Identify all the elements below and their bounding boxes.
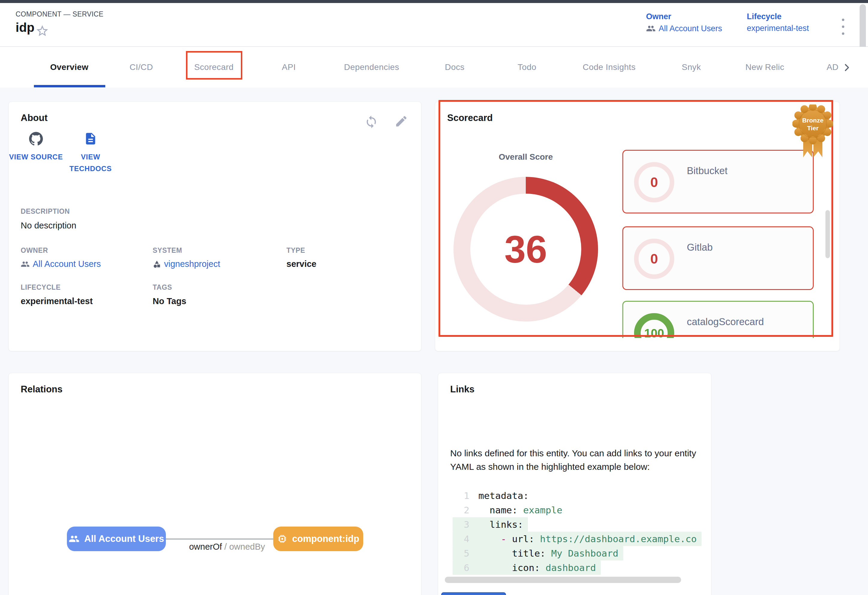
links-bottom-button[interactable]: [441, 592, 506, 595]
scorecard-scrollbar[interactable]: [825, 210, 830, 258]
scorecard-item-gitlab[interactable]: 0Gitlab: [622, 226, 814, 290]
svg-text:Tier: Tier: [807, 124, 818, 132]
view-source-label: VIEW SOURCE: [7, 151, 65, 163]
relation-node-owner-label: All Account Users: [84, 533, 164, 544]
lifecycle-field-value: experimental-test: [21, 296, 93, 306]
owner-value: All Account Users: [658, 24, 722, 33]
description-label: DESCRIPTION: [21, 207, 70, 216]
relation-node-component-label: component:idp: [292, 533, 359, 544]
description-value: No description: [21, 221, 76, 231]
favorite-star-icon[interactable]: [35, 24, 49, 38]
scorecard-item-catalogscorecard[interactable]: 100catalogScorecard: [622, 301, 814, 338]
tab-new-relic[interactable]: New Relic: [745, 62, 784, 72]
owner-link[interactable]: All Account Users: [646, 24, 722, 33]
line-number: 4: [456, 532, 469, 546]
relation-edge-line: [166, 539, 273, 539]
tab-code-insights[interactable]: Code Insights: [583, 62, 636, 72]
tab-docs[interactable]: Docs: [445, 62, 464, 72]
line-number: 6: [456, 561, 469, 574]
chevron-right-icon[interactable]: [841, 62, 852, 73]
svg-text:Bronze: Bronze: [802, 117, 823, 124]
code-line-4: 4 - url: https://dashboard.example.co: [453, 532, 701, 546]
tab-snyk[interactable]: Snyk: [682, 62, 701, 72]
relation-node-component[interactable]: component:idp: [273, 527, 363, 551]
tags-field-value: No Tags: [153, 296, 186, 306]
system-field-value: vigneshproject: [164, 259, 220, 269]
lifecycle-field-label: LIFECYCLE: [21, 283, 61, 292]
techdocs-document-icon: [84, 132, 97, 146]
line-number: 1: [456, 489, 469, 503]
score-ring: 0: [634, 162, 674, 202]
about-card: About VIEW SOURCE VIEW TECHDOCS DESCRIPT…: [8, 101, 421, 351]
about-title: About: [21, 112, 48, 123]
system-field-link[interactable]: vigneshproject: [153, 259, 220, 269]
header-owner-group: Owner All Account Users: [646, 12, 722, 33]
entity-overview-page: COMPONENT — SERVICE idp Owner All Accoun…: [0, 0, 868, 595]
bronze-tier-badge: Bronze Tier: [793, 105, 833, 159]
active-tab-underline: [34, 85, 105, 87]
score-value: 100: [644, 327, 664, 338]
line-number: 2: [456, 503, 469, 517]
owner-field-link[interactable]: All Account Users: [21, 259, 101, 269]
code-line-6: 6 icon: dashboard: [453, 561, 601, 575]
relations-card: Relations All Account Users component:id…: [8, 373, 421, 595]
owner-field-label: OWNER: [21, 246, 48, 255]
score-ring: 100: [634, 313, 674, 338]
edge-label-ownedby: ownedBy: [229, 542, 265, 552]
view-source-link[interactable]: VIEW SOURCE: [7, 132, 65, 163]
scorecard-title: Scorecard: [447, 112, 493, 123]
scorecard-card: Scorecard Overall Score 36 0Bitbucket0Gi…: [435, 101, 840, 351]
view-techdocs-label: VIEW TECHDOCS: [62, 151, 119, 175]
yaml-code-block: 1metadata:2 name: example3 links:4 - url…: [453, 488, 706, 575]
lifecycle-value: experimental-test: [747, 24, 809, 33]
view-techdocs-link[interactable]: VIEW TECHDOCS: [62, 132, 119, 175]
tab-todo[interactable]: Todo: [518, 62, 536, 72]
kebab-menu-icon[interactable]: [838, 19, 847, 35]
edge-label-separator: /: [222, 542, 229, 552]
line-number: 5: [456, 546, 469, 560]
scorecard-item-bitbucket[interactable]: 0Bitbucket: [622, 150, 814, 213]
people-icon: [21, 260, 30, 269]
overall-score-label: Overall Score: [472, 152, 580, 162]
edge-label-ownerof: ownerOf: [189, 542, 222, 552]
page-title: idp: [16, 21, 34, 35]
line-number: 3: [456, 518, 469, 531]
lifecycle-label: Lifecycle: [747, 12, 809, 21]
score-item-name: catalogScorecard: [687, 316, 764, 327]
links-empty-message: No links defined for this entity. You ca…: [450, 446, 698, 474]
entity-header: COMPONENT — SERVICE idp Owner All Accoun…: [0, 3, 868, 47]
chip-icon: [277, 534, 287, 544]
score-item-name: Gitlab: [687, 242, 713, 253]
overall-score-gauge: 36: [453, 177, 598, 321]
relations-title: Relations: [21, 384, 63, 395]
score-ring: 0: [634, 239, 674, 279]
owner-label: Owner: [646, 12, 722, 21]
code-line-1: 1metadata:: [453, 488, 534, 503]
github-icon: [29, 132, 43, 146]
system-field-label: SYSTEM: [153, 246, 182, 255]
people-icon: [646, 24, 655, 33]
code-horizontal-scrollbar[interactable]: [445, 577, 681, 583]
top-dark-bar: [0, 0, 868, 3]
score-item-name: Bitbucket: [687, 165, 728, 176]
tags-field-label: TAGS: [153, 283, 172, 292]
refresh-icon[interactable]: [365, 115, 378, 129]
people-icon: [69, 533, 80, 544]
tab-overview[interactable]: Overview: [50, 62, 89, 72]
relation-edge-label: ownerOf / ownedBy: [189, 542, 265, 552]
owner-field-value: All Account Users: [33, 259, 101, 269]
edit-pencil-icon[interactable]: [394, 114, 408, 128]
tab-dependencies[interactable]: Dependencies: [344, 62, 399, 72]
links-card: Links No links defined for this entity. …: [438, 373, 712, 595]
relation-node-owner[interactable]: All Account Users: [67, 527, 166, 551]
tab-api[interactable]: API: [282, 62, 296, 72]
scorecard-items-list: 0Bitbucket0Gitlab100catalogScorecard: [622, 147, 814, 338]
tab-ad[interactable]: AD: [827, 62, 843, 72]
breadcrumb: COMPONENT — SERVICE: [16, 10, 103, 18]
tab-ci-cd[interactable]: CI/CD: [130, 62, 153, 72]
code-line-2: 2 name: example: [453, 503, 567, 517]
overall-score-value: 36: [453, 177, 598, 321]
score-value: 0: [650, 174, 658, 190]
annotation-box-scorecard-tab: [186, 51, 242, 80]
header-lifecycle-group: Lifecycle experimental-test: [747, 12, 809, 33]
